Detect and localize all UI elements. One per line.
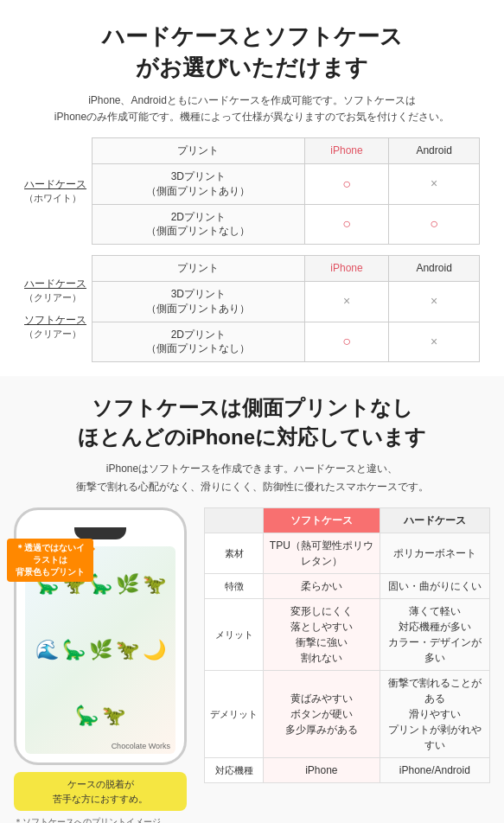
phone-caption: ＊ソフトケースへのプリントイメージ xyxy=(14,816,195,823)
table2: プリント iPhone Android 3Dプリント（側面プリントあり） × ×… xyxy=(92,255,480,362)
side-label-hard-white-line2: （ホワイト） xyxy=(24,192,86,205)
dino-credit: Chocolate Works xyxy=(112,742,170,750)
side-label-soft-clear-line2: （クリアー） xyxy=(24,328,86,341)
soft-feature: 柔らかい xyxy=(264,574,380,599)
phone-note: ＊透過ではないイラストは背景色もプリント xyxy=(7,539,93,582)
dino-icon-7: 🦕 xyxy=(62,639,86,661)
print-cell: 2Dプリント（側面プリントなし） xyxy=(93,322,305,362)
dino-icon-10: 🌙 xyxy=(143,639,166,661)
compare-empty-header xyxy=(205,508,264,533)
col-android-header2: Android xyxy=(389,256,480,282)
android-cell: × xyxy=(389,322,480,362)
section2-body: ＊透過ではないイラストは背景色もプリント 🦕 🦖 🦕 🌿 🦖 🌊 🦕 xyxy=(14,507,490,823)
compare-table-wrap: ソフトケース ハードケース 素材 TPU（熱可塑性ポリウレタン） ポリカーボネー… xyxy=(204,507,490,783)
android-cell: × xyxy=(389,281,480,322)
android-cell: × xyxy=(389,163,480,204)
col-iphone-header2: iPhone xyxy=(304,256,389,282)
iphone-cell: × xyxy=(304,281,389,322)
table-row: 3Dプリント（側面プリントあり） ○ × xyxy=(93,163,480,204)
compare-hard-header: ハードケース xyxy=(380,508,489,533)
table1-container: ハードケース （ホワイト） プリント iPhone Android 3Dプリント… xyxy=(24,137,480,245)
col-android-header: Android xyxy=(389,138,480,164)
dino-icon-9: 🦖 xyxy=(116,639,139,661)
compare-row-feature: 特徴 柔らかい 固い・曲がりにくい xyxy=(205,574,490,599)
row-label-demerit: デメリット xyxy=(205,671,264,758)
dino-icon-8: 🌿 xyxy=(89,639,112,661)
iphone-cell: ○ xyxy=(304,322,389,362)
col-print-header: プリント xyxy=(93,138,305,164)
compare-soft-header: ソフトケース xyxy=(264,508,380,533)
table-row: 3Dプリント（側面プリントあり） × × xyxy=(93,281,480,322)
col-print-header2: プリント xyxy=(93,256,305,282)
iphone-cell: ○ xyxy=(304,204,389,245)
section2-desc: iPhoneはソフトケースを作成できます。ハードケースと違い、衝撃で割れる心配が… xyxy=(14,460,490,495)
dino-icon-12: 🦖 xyxy=(102,705,125,727)
compare-table: ソフトケース ハードケース 素材 TPU（熱可塑性ポリウレタン） ポリカーボネー… xyxy=(204,507,490,783)
compare-row-material: 素材 TPU（熱可塑性ポリウレタン） ポリカーボネート xyxy=(205,533,490,574)
section2-title: ソフトケースは側面プリントなしほとんどのiPhoneに対応しています xyxy=(14,393,490,451)
col-iphone-header: iPhone xyxy=(304,138,389,164)
soft-demerit: 黄ばみやすいボタンが硬い多少厚みがある xyxy=(264,671,380,758)
hard-demerit: 衝撃で割れることがある滑りやすいプリントが剥がれやすい xyxy=(380,671,489,758)
dino-icon-4: 🌿 xyxy=(116,573,139,596)
compare-row-device: 対応機種 iPhone iPhone/Android xyxy=(205,758,490,783)
dino-icon-11: 🦕 xyxy=(75,705,99,727)
section2: ソフトケースは側面プリントなしほとんどのiPhoneに対応しています iPhon… xyxy=(0,376,504,823)
phone-bottom-note: ケースの脱着が苦手な方におすすめ。 xyxy=(14,772,187,811)
table-row: 2Dプリント（側面プリントなし） ○ ○ xyxy=(93,204,480,245)
hard-feature: 固い・曲がりにくい xyxy=(380,574,489,599)
print-cell: 2Dプリント（側面プリントなし） xyxy=(93,204,305,245)
soft-material: TPU（熱可塑性ポリウレタン） xyxy=(264,533,380,574)
compare-row-demerit: デメリット 黄ばみやすいボタンが硬い多少厚みがある 衝撃で割れることがある滑りや… xyxy=(205,671,490,758)
phone-notch xyxy=(74,527,126,539)
dino-icon-6: 🌊 xyxy=(35,639,59,661)
section1-title: ハードケースとソフトケースがお選びいただけます xyxy=(17,21,487,84)
row-label-feature: 特徴 xyxy=(205,574,264,599)
soft-merit: 変形しにくく落としやすい衝撃に強い割れない xyxy=(264,599,380,671)
row-label-merit: メリット xyxy=(205,599,264,671)
side-label-soft-clear-line1: ソフトケース xyxy=(24,313,86,328)
table1: プリント iPhone Android 3Dプリント（側面プリントあり） ○ ×… xyxy=(92,137,480,245)
section1: ハードケースとソフトケースがお選びいただけます iPhone、Androidとも… xyxy=(0,0,504,376)
soft-device: iPhone xyxy=(264,758,380,783)
table-row: 2Dプリント（側面プリントなし） ○ × xyxy=(93,322,480,362)
hard-material: ポリカーボネート xyxy=(380,533,489,574)
section1-desc: iPhone、Androidともにハードケースを作成可能です。ソフトケースはiP… xyxy=(17,93,487,125)
dino-icon-5: 🦖 xyxy=(143,573,166,596)
hard-merit: 薄くて軽い対応機種が多いカラー・デザインが多い xyxy=(380,599,489,671)
row-label-material: 素材 xyxy=(205,533,264,574)
hard-device: iPhone/Android xyxy=(380,758,489,783)
table2-container: ハードケース （クリアー） ソフトケース （クリアー） プリント iPhone … xyxy=(24,255,480,362)
side-label-hard-clear-line1: ハードケース xyxy=(24,277,86,291)
print-cell: 3Dプリント（側面プリントあり） xyxy=(93,163,305,204)
side-label-hard-white-line1: ハードケース xyxy=(24,177,86,192)
row-label-device: 対応機種 xyxy=(205,758,264,783)
phone-mockup-wrap: ＊透過ではないイラストは背景色もプリント 🦕 🦖 🦕 🌿 🦖 🌊 🦕 xyxy=(14,507,195,823)
android-cell: ○ xyxy=(389,204,480,245)
compare-row-merit: メリット 変形しにくく落としやすい衝撃に強い割れない 薄くて軽い対応機種が多いカ… xyxy=(205,599,490,671)
print-cell: 3Dプリント（側面プリントあり） xyxy=(93,281,305,322)
iphone-cell: ○ xyxy=(304,163,389,204)
side-label-hard-clear-line2: （クリアー） xyxy=(24,291,86,304)
